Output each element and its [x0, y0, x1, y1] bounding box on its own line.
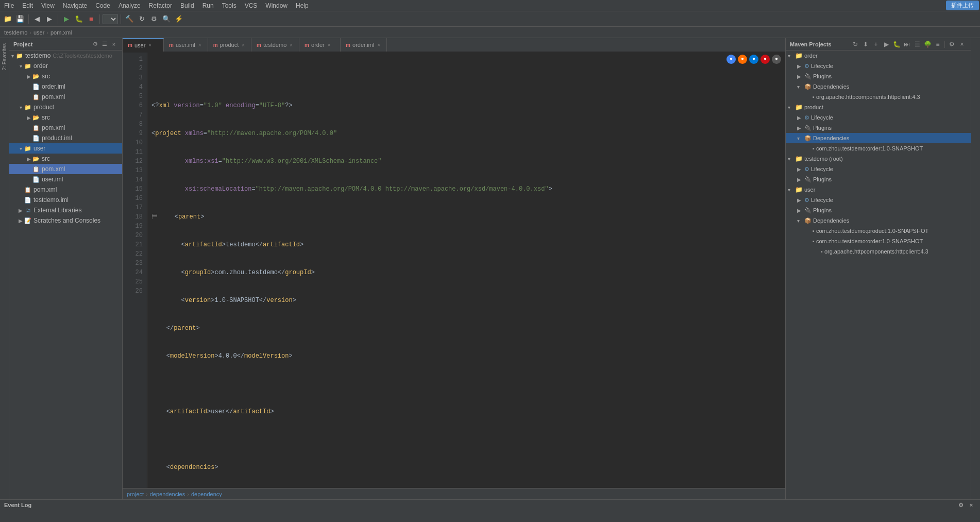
- toolbar-forward-btn[interactable]: ▶: [44, 13, 55, 25]
- tab-product[interactable]: m product ×: [208, 38, 251, 52]
- toolbar-more-btn[interactable]: ⚡: [173, 13, 184, 25]
- maven-add-btn[interactable]: +: [871, 40, 881, 49]
- tree-product-iml[interactable]: ▶ 📄 product.iml: [9, 133, 122, 143]
- toolbar-update-btn[interactable]: ↻: [136, 13, 147, 25]
- maven-product-dep-order[interactable]: ▶ ▪ com.zhou.testdemo:order:1.0-SNAPSHOT: [786, 143, 971, 154]
- tab-order[interactable]: m order ×: [299, 38, 341, 52]
- maven-close-btn[interactable]: ×: [957, 40, 967, 49]
- firefox-btn[interactable]: ●: [738, 55, 747, 64]
- edge-btn[interactable]: ●: [749, 55, 758, 64]
- tab-order-iml[interactable]: m order.iml ×: [341, 38, 387, 52]
- tab-close-product[interactable]: ×: [241, 42, 246, 48]
- menu-vcs[interactable]: VCS: [241, 1, 262, 10]
- maven-user[interactable]: ▾ 📁 user: [786, 184, 971, 195]
- maven-run-btn[interactable]: ▶: [882, 40, 891, 49]
- tree-user[interactable]: ▾ 📁 user: [9, 143, 122, 154]
- chrome-btn[interactable]: ●: [726, 55, 736, 64]
- code-editor[interactable]: 1 ▾2 3 4 ▾5 6 7 8 9 10 11 12 13 ▾14 15 ▾…: [123, 53, 785, 488]
- maven-testdemo[interactable]: ▾ 📁 testdemo (root): [786, 154, 971, 164]
- tab-close-order-iml[interactable]: ×: [376, 42, 381, 48]
- tree-order-src[interactable]: ▶ 📂 src: [9, 71, 122, 81]
- maven-arrow-testdemo[interactable]: ▾: [788, 156, 795, 162]
- maven-toggle-btn[interactable]: ☰: [913, 40, 922, 49]
- toolbar-debug-btn[interactable]: 🐛: [73, 13, 85, 25]
- maven-arrow-order[interactable]: ▾: [788, 53, 795, 59]
- panel-close-icon[interactable]: ×: [110, 40, 118, 48]
- panel-settings-icon[interactable]: ☰: [100, 40, 109, 48]
- menu-code[interactable]: Code: [91, 1, 114, 10]
- maven-user-lifecycle[interactable]: ▶ ⚙ Lifecycle: [786, 195, 971, 205]
- tree-order[interactable]: ▾ 📁 order: [9, 61, 122, 71]
- tab-close-user-iml[interactable]: ×: [197, 42, 202, 48]
- panel-gear-icon[interactable]: ⚙: [91, 40, 99, 48]
- side-tab-favorites[interactable]: 2: Favorites: [1, 40, 8, 73]
- maven-more-btn[interactable]: ≡: [933, 40, 942, 49]
- toolbar-settings-btn[interactable]: ⚙: [148, 13, 160, 25]
- tree-arrow-order[interactable]: ▾: [18, 63, 24, 69]
- tree-product[interactable]: ▾ 📁 product: [9, 102, 122, 112]
- maven-order-lifecycle[interactable]: ▶ ⚙ Lifecycle: [786, 61, 971, 71]
- menu-refactor[interactable]: Refactor: [145, 1, 176, 10]
- maven-debug-btn[interactable]: 🐛: [892, 40, 901, 49]
- tree-root[interactable]: ▾ 📁 testdemo C:\ZTools\test\testdemo: [9, 50, 122, 61]
- tree-user-pom[interactable]: ▶ 📋 pom.xml: [9, 164, 122, 174]
- bottom-crumb-dependency[interactable]: dependency: [191, 491, 222, 497]
- tree-arrow-order-src[interactable]: ▶: [26, 74, 32, 79]
- maven-arrow-user[interactable]: ▾: [788, 187, 795, 193]
- menu-view[interactable]: View: [37, 1, 59, 10]
- toolbar-config-dropdown[interactable]: [103, 14, 118, 24]
- tree-scratches[interactable]: ▶ 📝 Scratches and Consoles: [9, 215, 122, 226]
- maven-download-btn[interactable]: ⬇: [861, 40, 870, 49]
- menu-analyze[interactable]: Analyze: [114, 1, 145, 10]
- maven-product-lifecycle[interactable]: ▶ ⚙ Lifecycle: [786, 112, 971, 123]
- bottom-crumb-dependencies[interactable]: dependencies: [150, 491, 185, 497]
- maven-order-dep-httpclient[interactable]: ▶ ▪ org.apache.httpcomponents:httpclient…: [786, 92, 971, 102]
- maven-product[interactable]: ▾ 📁 product: [786, 102, 971, 112]
- toolbar-run-btn[interactable]: ▶: [61, 13, 72, 25]
- tree-user-iml[interactable]: ▶ 📄 user.iml: [9, 174, 122, 184]
- menu-run[interactable]: Run: [198, 1, 218, 10]
- breadcrumb-pomxml[interactable]: pom.xml: [50, 29, 72, 36]
- toolbar-open-btn[interactable]: 📁: [2, 13, 13, 25]
- maven-arrow-product[interactable]: ▾: [788, 105, 795, 110]
- maven-user-dep-order[interactable]: ▶ ▪ com.zhou.testdemo:order:1.0-SNAPSHOT: [786, 236, 971, 246]
- menu-build[interactable]: Build: [176, 1, 198, 10]
- menu-window[interactable]: Window: [261, 1, 292, 10]
- maven-testdemo-plugins[interactable]: ▶ 🔌 Plugins: [786, 174, 971, 184]
- tab-user-iml[interactable]: m user.iml ×: [164, 38, 208, 52]
- breadcrumb-testdemo[interactable]: testdemo: [4, 29, 27, 36]
- maven-user-deps[interactable]: ▾ 📦 Dependencies: [786, 215, 971, 226]
- toolbar-build-btn[interactable]: 🔨: [124, 13, 135, 25]
- maven-order-plugins[interactable]: ▶ 🔌 Plugins: [786, 71, 971, 81]
- tree-product-pom[interactable]: ▶ 📋 pom.xml: [9, 123, 122, 133]
- maven-skip-btn[interactable]: ⏭: [902, 40, 911, 49]
- tree-order-iml[interactable]: ▶ 📄 order.iml: [9, 81, 122, 92]
- tab-testdemo[interactable]: m testdemo ×: [251, 38, 299, 52]
- event-log-close[interactable]: ×: [967, 500, 976, 510]
- tree-root-pom[interactable]: ▶ 📋 pom.xml: [9, 184, 122, 195]
- tree-external-libs[interactable]: ▶ 🗂 External Libraries: [9, 205, 122, 215]
- tree-product-src[interactable]: ▶ 📂 src: [9, 112, 122, 123]
- tree-testdemo-iml[interactable]: ▶ 📄 testdemo.iml: [9, 195, 122, 205]
- menu-tools[interactable]: Tools: [218, 1, 241, 10]
- menu-file[interactable]: File: [0, 1, 18, 10]
- toolbar-back-btn[interactable]: ◀: [31, 13, 43, 25]
- maven-order-deps[interactable]: ▾ 📦 Dependencies: [786, 81, 971, 92]
- maven-order[interactable]: ▾ 📁 order: [786, 50, 971, 61]
- maven-tree-btn[interactable]: 🌳: [923, 40, 932, 49]
- plugin-upload-button[interactable]: 插件上传: [946, 1, 979, 10]
- toolbar-search-btn[interactable]: 🔍: [161, 13, 172, 25]
- tab-close-user[interactable]: ×: [147, 42, 153, 48]
- tab-close-testdemo[interactable]: ×: [289, 42, 294, 48]
- tree-user-src[interactable]: ▶ 📂 src: [9, 154, 122, 164]
- menu-help[interactable]: Help: [292, 1, 313, 10]
- tree-order-pom[interactable]: ▶ 📋 pom.xml: [9, 92, 122, 102]
- maven-testdemo-lifecycle[interactable]: ▶ ⚙ Lifecycle: [786, 164, 971, 174]
- maven-settings-btn[interactable]: ⚙: [947, 40, 956, 49]
- tree-arrow[interactable]: ▾: [9, 53, 15, 59]
- breadcrumb-user[interactable]: user: [33, 29, 44, 36]
- maven-user-plugins[interactable]: ▶ 🔌 Plugins: [786, 205, 971, 215]
- maven-user-dep-product[interactable]: ▶ ▪ com.zhou.testdemo:product:1.0-SNAPSH…: [786, 226, 971, 236]
- toolbar-stop-btn[interactable]: ■: [86, 13, 97, 25]
- dark-btn[interactable]: ●: [772, 55, 781, 64]
